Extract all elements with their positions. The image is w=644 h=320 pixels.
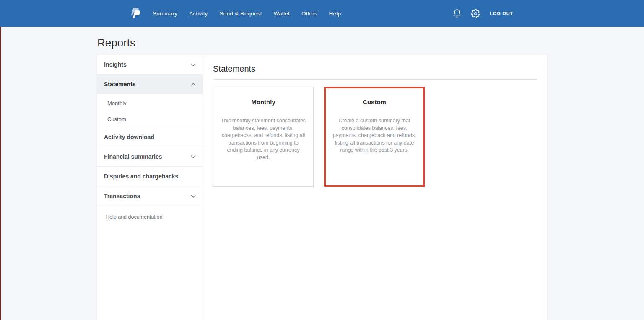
sidebar-item-label: Insights	[104, 61, 127, 68]
nav-item-offers[interactable]: Offers	[301, 10, 317, 17]
nav-item-help[interactable]: Help	[329, 10, 341, 17]
nav-item-wallet[interactable]: Wallet	[274, 10, 290, 17]
section-title: Statements	[213, 64, 537, 74]
chevron-down-icon	[191, 63, 196, 66]
reports-sidebar: Insights Statements Monthly Custom	[97, 55, 203, 320]
sidebar-item-label: Financial summaries	[104, 153, 162, 160]
sidebar-item-label: Custom	[107, 116, 126, 122]
reports-panel: Insights Statements Monthly Custom	[97, 55, 547, 320]
card-description: Create a custom summary that consolidate…	[331, 117, 418, 154]
logout-button[interactable]: LOG OUT	[490, 11, 513, 16]
nav-item-summary[interactable]: Summary	[153, 10, 177, 17]
sidebar-item-label: Transactions	[104, 193, 140, 199]
card-description: This monthly statement consolidates bala…	[220, 117, 306, 161]
statements-section: Statements Monthly This monthly statemen…	[203, 55, 547, 320]
sidebar-item-disputes-and-chargebacks[interactable]: Disputes and chargebacks	[97, 167, 203, 186]
sidebar-item-help-and-documentation[interactable]: Help and documentation	[97, 206, 203, 227]
nav-item-activity[interactable]: Activity	[189, 10, 208, 17]
statement-cards: Monthly This monthly statement consolida…	[213, 87, 537, 187]
sidebar-item-label: Statements	[104, 81, 135, 88]
statements-submenu: Monthly Custom	[97, 94, 203, 127]
paypal-logo[interactable]	[131, 7, 142, 20]
sidebar-item-insights[interactable]: Insights	[97, 55, 203, 75]
sidebar-item-label: Activity download	[104, 134, 154, 140]
paypal-logo-icon	[131, 7, 142, 20]
custom-statement-card[interactable]: Custom Create a custom summary that cons…	[324, 87, 425, 187]
card-title: Monthly	[220, 98, 306, 106]
section-divider	[213, 79, 537, 80]
page-title: Reports	[97, 36, 547, 49]
gear-icon[interactable]	[471, 9, 480, 18]
sidebar-item-label: Disputes and chargebacks	[104, 173, 178, 180]
chevron-up-icon	[191, 83, 196, 86]
sidebar-item-label: Help and documentation	[106, 214, 163, 220]
card-title: Custom	[331, 98, 418, 106]
sidebar-item-activity-download[interactable]: Activity download	[97, 127, 203, 147]
primary-nav: Summary Activity Send & Request Wallet O…	[153, 10, 341, 17]
sidebar-item-monthly[interactable]: Monthly	[97, 95, 203, 111]
sidebar-item-statements[interactable]: Statements	[97, 75, 203, 94]
sidebar-item-transactions[interactable]: Transactions	[97, 186, 203, 206]
bell-icon[interactable]	[452, 9, 462, 18]
sidebar-item-financial-summaries[interactable]: Financial summaries	[97, 147, 203, 167]
top-nav: Summary Activity Send & Request Wallet O…	[0, 0, 644, 27]
nav-item-send-request[interactable]: Send & Request	[220, 10, 262, 17]
chevron-down-icon	[191, 195, 196, 198]
sidebar-item-custom[interactable]: Custom	[97, 111, 203, 127]
sidebar-item-label: Monthly	[107, 100, 127, 106]
monthly-statement-card[interactable]: Monthly This monthly statement consolida…	[213, 87, 314, 187]
chevron-down-icon	[191, 155, 196, 158]
left-edge-artifact	[0, 27, 1, 320]
